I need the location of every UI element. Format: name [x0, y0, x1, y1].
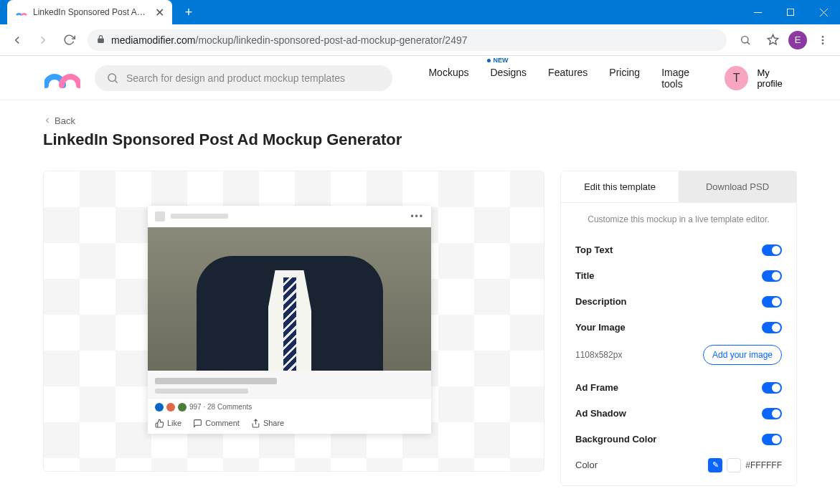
svg-marker-6 [768, 34, 778, 44]
tab-close-icon[interactable]: ✕ [154, 6, 165, 18]
toggle-description[interactable] [762, 296, 782, 308]
image-size: 1108x582px [575, 350, 622, 360]
chevron-left-icon [43, 116, 52, 125]
nav-mockups[interactable]: Mockups [428, 67, 468, 90]
svg-point-4 [742, 36, 748, 42]
browser-toolbar: mediamodifier.com/mockup/linkedin-sponso… [0, 24, 840, 56]
lock-icon [96, 34, 105, 47]
toggle-title[interactable] [762, 270, 782, 282]
nav-pricing[interactable]: Pricing [609, 67, 640, 90]
row-ad-shadow: Ad Shadow [575, 408, 626, 419]
toggle-your-image[interactable] [762, 322, 782, 333]
color-picker-button[interactable]: ✎ [708, 458, 722, 472]
profile-avatar: T [725, 66, 749, 90]
profile-label: My profile [757, 67, 797, 89]
browser-menu-icon[interactable] [811, 29, 834, 52]
svg-line-5 [747, 42, 750, 44]
toggle-ad-shadow[interactable] [762, 408, 782, 419]
post-image [148, 227, 431, 371]
svg-point-10 [108, 74, 116, 82]
tab-download-psd[interactable]: Download PSD [679, 171, 796, 203]
like-action: Like [155, 419, 181, 428]
profile-area[interactable]: T My profile [725, 66, 797, 90]
toggle-ad-frame[interactable] [762, 382, 782, 394]
zoom-icon[interactable] [734, 29, 757, 52]
window-close[interactable] [807, 0, 840, 24]
svg-line-11 [115, 80, 118, 83]
row-top-text: Top Text [575, 244, 613, 255]
favicon [16, 6, 27, 18]
forward-button[interactable] [32, 29, 55, 52]
comment-action: Comment [193, 419, 240, 428]
search-icon [106, 72, 119, 85]
post-menu-icon: ••• [410, 211, 424, 222]
post-name-placeholder [171, 214, 228, 219]
row-description: Description [575, 296, 627, 307]
editor-description: Customize this mockup in a live template… [575, 214, 782, 224]
row-ad-frame: Ad Frame [575, 382, 618, 393]
post-title-placeholder [155, 378, 277, 384]
svg-point-9 [822, 42, 824, 44]
tab-edit-template[interactable]: Edit this template [561, 171, 679, 203]
search-placeholder: Search for design and product mockup tem… [126, 72, 345, 84]
page-viewport[interactable]: Search for design and product mockup tem… [0, 56, 840, 504]
url-text: mediamodifier.com/mockup/linkedin-sponso… [111, 34, 467, 46]
main-nav: Mockups NEWDesigns Features Pricing Imag… [428, 67, 709, 90]
browser-profile-avatar[interactable]: E [788, 31, 807, 49]
toggle-bg-color[interactable] [762, 434, 782, 445]
nav-image-tools[interactable]: Image tools [661, 67, 710, 90]
svg-point-8 [822, 39, 824, 41]
search-input[interactable]: Search for design and product mockup tem… [95, 65, 392, 91]
post-reactions: 997 · 28 Comments [148, 398, 431, 416]
color-hex: #FFFFFF [745, 460, 782, 470]
toggle-top-text[interactable] [762, 244, 782, 256]
page-title: LinkedIn Sponsored Post Ad Mockup Genera… [43, 130, 797, 149]
window-minimize[interactable] [741, 0, 774, 24]
share-action: Share [251, 419, 284, 428]
nav-features[interactable]: Features [548, 67, 587, 90]
back-link-label: Back [55, 115, 75, 126]
svg-rect-1 [788, 9, 794, 16]
post-avatar-placeholder [155, 211, 165, 222]
svg-point-7 [822, 36, 824, 38]
add-image-button[interactable]: Add your image [703, 345, 782, 365]
new-tab-button[interactable]: + [178, 0, 199, 24]
mockup-canvas[interactable]: ••• 997 · 28 Comments [43, 171, 544, 472]
tab-title: LinkedIn Sponsored Post Ad Moc [33, 7, 148, 17]
site-logo[interactable] [44, 68, 80, 88]
editor-panel: Edit this template Download PSD Customiz… [560, 171, 797, 486]
back-link[interactable]: Back [43, 115, 75, 126]
browser-tab[interactable]: LinkedIn Sponsored Post Ad Moc ✕ [7, 0, 172, 24]
color-swatch-white[interactable] [727, 458, 741, 472]
back-button[interactable] [6, 29, 29, 52]
address-bar[interactable]: mediamodifier.com/mockup/linkedin-sponso… [88, 29, 727, 51]
nav-designs[interactable]: NEWDesigns [490, 67, 527, 90]
new-badge: NEW [487, 57, 508, 64]
color-label: Color [575, 460, 598, 470]
site-header: Search for design and product mockup tem… [0, 56, 840, 100]
row-your-image: Your Image [575, 322, 626, 333]
bookmark-icon[interactable] [761, 29, 784, 52]
post-desc-placeholder [155, 389, 248, 394]
linkedin-post-preview: ••• 997 · 28 Comments [148, 206, 431, 434]
reload-button[interactable] [57, 29, 80, 52]
row-title: Title [575, 270, 595, 281]
window-maximize[interactable] [774, 0, 807, 24]
row-bg-color: Background Color [575, 434, 656, 444]
